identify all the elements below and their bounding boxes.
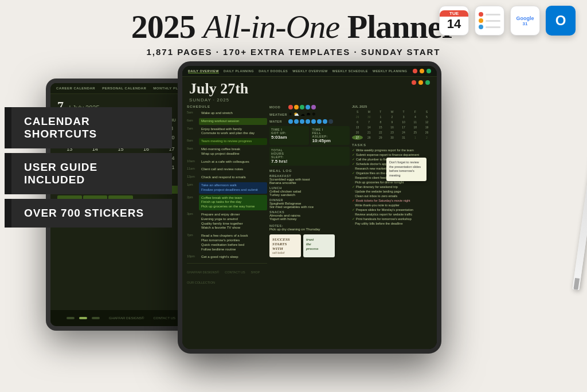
badge-calendar-shortcuts: CALENDAR SHORTCUTS — [11, 107, 172, 148]
schedule-row-1: 6am Morning workout session — [187, 118, 267, 125]
schedule-row-5: 10am Lunch at a cafe with colleagues — [187, 159, 267, 166]
tr-right-col: JUL 2025 SMTWTFS 293012345 6789101112 13… — [352, 105, 432, 323]
task-9: ○ Update the website landing page — [352, 190, 432, 193]
title-suffix: Planner — [339, 8, 456, 45]
task-8: ✓Plan itinerary for weekend trip — [352, 185, 432, 189]
badge-label-2: OVER 700 STICKERS — [24, 207, 144, 219]
subtitle-bar: 1,871 PAGES · 170+ EXTRA TEMPLATES · SUN… — [0, 47, 587, 57]
water-row: WATER — [269, 119, 350, 124]
reminder-dot-orange — [479, 18, 483, 23]
water-dots — [288, 119, 333, 124]
reminder-dot-red — [479, 12, 483, 17]
task-14: ○ Review analytics report for website tr… — [352, 213, 432, 216]
schedule-row-7: 12pm Check and respond to emails — [187, 174, 267, 181]
schedule-row-3: 8am Team meeting to review progress — [187, 138, 267, 145]
task-15: ✓Print handouts for tomorrow's workshop — [352, 217, 432, 221]
badge-label-1: USER GUIDE INCLUDED — [24, 161, 97, 186]
mood-dots — [288, 105, 316, 109]
reminder-bar — [486, 14, 500, 15]
mood-row: MOOD — [269, 105, 350, 109]
cal-day-num: 14 — [447, 17, 461, 32]
outlook-letter: O — [555, 13, 566, 29]
mini-cal-grid: SMTWTFS 293012345 6789101112 13141516171… — [352, 109, 432, 140]
task-16: ○ Pay utility bills before the deadline — [352, 222, 432, 225]
content-area: CALENDAR SHORTCUTS USER GUIDE INCLUDED O… — [0, 61, 587, 359]
sticky-trust: trusttheprocess — [303, 234, 335, 257]
schedule-row-10: 3pm Prepare and enjoy dinnerEvening yoga… — [187, 211, 267, 232]
tasks-section: TASKS ✓Write weekly progress report for … — [352, 143, 432, 225]
schedule-row-9: 2pm Coffee break with the teamFinish up … — [187, 195, 267, 210]
tablet-right: DAILY OVERVIEW DAILY PLANNING DAILY DOOD… — [178, 61, 441, 354]
reminder-dot-blue — [479, 25, 483, 29]
tablet-right-screen: DAILY OVERVIEW DAILY PLANNING DAILY DOOD… — [182, 66, 437, 349]
cal-day-abbr: TUE — [440, 10, 468, 17]
stylus — [572, 96, 587, 290]
tr-middle-col: MOOD WEATHER — [269, 105, 350, 323]
task-0: ✓Write weekly progress report for the te… — [352, 148, 432, 152]
tr-date-big: July 27th — [189, 80, 248, 97]
tr-nav: DAILY OVERVIEW DAILY PLANNING DAILY DOOD… — [182, 66, 437, 77]
sticky-note-meeting: Don't forget to review the presentation … — [386, 158, 426, 181]
task-1: ✓Submit expense report to finance depart… — [352, 153, 432, 156]
schedule-row-4: 9am Mid-morning coffee breakWrap up proj… — [187, 146, 267, 158]
weather-row: WEATHER ☀ ⛅ ☁ 🌧 ❄ — [269, 112, 350, 117]
task-13: ✓Prepare slides for Monday's presentatio… — [352, 208, 432, 211]
nav-dot-orange — [420, 69, 424, 73]
schedule-row-0: 5am Wake up and stretch — [187, 110, 267, 117]
meal-log: MEAL LOG BREAKFAST Scrambled eggs with t… — [269, 169, 350, 231]
mini-calendar: JUL 2025 SMTWTFS 293012345 6789101112 13… — [352, 105, 432, 140]
schedule-row-11: 7pm Read a few chapters of a bookPlan to… — [187, 233, 267, 253]
schedule-section-title: SCHEDULE — [187, 105, 267, 108]
tr-date-sub: SUNDAY · 2025 — [189, 97, 248, 103]
badge-stickers: OVER 700 STICKERS — [11, 199, 172, 228]
app-icons-row: TUE 14 Google 31 O — [439, 6, 576, 36]
apple-calendar-icon: TUE 14 — [439, 6, 469, 36]
weather-icons: ☀ ⛅ ☁ 🌧 ❄ — [288, 112, 316, 117]
gcal-number: 31 — [523, 21, 528, 26]
tr-main: SCHEDULE 5am Wake up and stretch 6am Mor… — [182, 105, 437, 323]
time-stats: TIME I GOT UP: 5:03am TIME I FELL ASLEEP… — [269, 126, 350, 166]
badges-column: CALENDAR SHORTCUTS USER GUIDE INCLUDED O… — [0, 61, 172, 359]
tr-header: July 27th SUNDAY · 2025 — [182, 77, 437, 105]
task-12: ○ Write thank-you note to supplier — [352, 203, 432, 207]
schedule-row-6: 11am Client call and review notes — [187, 166, 267, 173]
schedule-row-8: 1pm Take an afternoon walkFinalize proje… — [187, 182, 267, 194]
nav-dot-green — [426, 69, 431, 73]
schedule-row-12: 10pm Get a good night's sleep — [187, 254, 267, 261]
badge-label-0: CALENDAR SHORTCUTS — [24, 115, 97, 140]
title-year: 2025 — [131, 8, 204, 45]
task-11: ✓Book tickets for Saturday's movie night — [352, 199, 432, 202]
title-italic: All-in-One — [203, 8, 339, 45]
reminders-icon — [475, 6, 504, 36]
task-10: ○ Clean out inbox to zero emails — [352, 194, 432, 198]
subtitle-text: 1,871 PAGES · 170+ EXTRA TEMPLATES · SUN… — [147, 47, 441, 57]
task-7: ○ Pick up groceries for dinner tonight — [352, 181, 432, 184]
sticky-success: SUCCESSSTARTS WITH self-belief — [269, 234, 301, 257]
schedule-row-2: 7am Enjoy breakfast with familyCommute t… — [187, 126, 267, 138]
badge-user-guide: USER GUIDE INCLUDED — [11, 153, 172, 194]
stickies-area: SUCCESSSTARTS WITH self-belief trustthep… — [269, 234, 350, 257]
outlook-icon: O — [546, 6, 576, 36]
tr-schedule-col: SCHEDULE 5am Wake up and stretch 6am Mor… — [187, 105, 267, 323]
google-calendar-icon: Google 31 — [510, 6, 540, 36]
nav-dot-red — [413, 69, 417, 73]
